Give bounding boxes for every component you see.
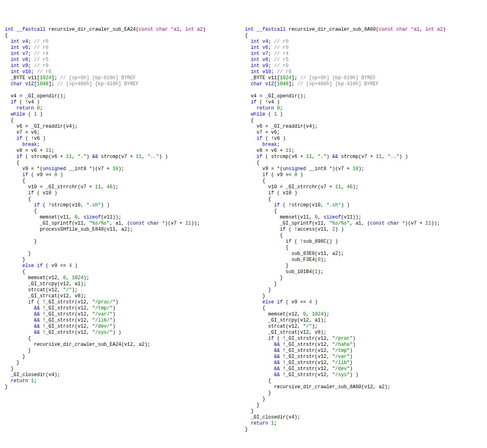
code-kw: return (257, 105, 274, 111)
code-num: 11 (286, 148, 291, 154)
code-line: v7 = v6; (17, 130, 40, 135)
code-txt: !_GI_strstr(v12, (280, 360, 332, 366)
code-txt: , (72, 154, 78, 160)
code-kw: const (130, 221, 145, 226)
code-txt: ) (350, 348, 352, 353)
code-txt: !_GI_strstr(v12, (280, 354, 332, 360)
code-txt: ) (327, 154, 332, 160)
code-txt: ]; (291, 75, 300, 81)
code-txt: v8 = v6 + (257, 148, 286, 154)
code-kw: && (34, 305, 40, 311)
code-comment: // r4 (34, 51, 48, 57)
code-str: ".sh" (327, 202, 341, 208)
code-str: "/" (63, 287, 72, 293)
code-num: 11 (136, 154, 141, 160)
code-kw: && (92, 154, 98, 160)
code-txt: ( v10 ) (274, 190, 297, 196)
code-txt: __int8 *)(v7 + (306, 166, 352, 172)
code-kw: && (34, 324, 40, 329)
code-str: "%s/%s" (329, 221, 350, 226)
code-txt: ); (72, 287, 78, 293)
code-txt: ) (277, 111, 283, 117)
code-comment: // r0 (274, 45, 289, 50)
code-txt: ); (323, 311, 329, 317)
code-str: "/proc/" (92, 299, 116, 305)
code-txt: , (101, 184, 107, 190)
code-comment: // [sp+400h] [bp-418h] BYREF (297, 81, 379, 87)
code-txt: , (66, 275, 72, 281)
code-txt: ) (116, 299, 118, 305)
code-txt: __int8 *)(v7 + (66, 166, 112, 172)
code-str: "/dev/" (92, 324, 112, 329)
code-txt: !_GI_strstr(v12, (40, 305, 92, 311)
code-txt: ) (352, 342, 355, 347)
code-str: "%s/%s" (89, 221, 110, 226)
code-txt (385, 221, 388, 226)
code-txt: ); (83, 275, 89, 281)
code-txt: ( (25, 111, 34, 117)
code-txt: ]; (51, 75, 60, 81)
code-kw: if (274, 202, 280, 208)
code-decl: int v7; (11, 51, 34, 57)
code-num: 0 (75, 215, 78, 220)
code-kw: && (274, 342, 280, 347)
code-txt: strcat(v12, (268, 324, 303, 329)
code-kw: if (22, 172, 28, 178)
code-txt: ; (291, 148, 294, 154)
code-decl: int v10; (11, 69, 37, 75)
code-str: "/lib/" (92, 318, 112, 323)
code-txt: ( !v4 ) (257, 99, 280, 105)
code-str: "/var/" (92, 311, 112, 317)
param-name: *a1 (411, 27, 420, 32)
code-line: _GI_strcpy(v12, a1); (28, 281, 86, 287)
code-str: "/lib" (332, 360, 350, 366)
code-txt (145, 221, 148, 226)
code-kw: return (11, 378, 28, 384)
code-num: 11 (376, 154, 382, 160)
code-kw: return (17, 105, 34, 111)
param-type: char (156, 27, 168, 32)
code-txt: !_GI_strstr(v12, (280, 372, 332, 378)
code-txt: ) (112, 324, 115, 329)
code-comment: // r4 (274, 51, 289, 57)
code-kw: if (257, 136, 262, 141)
code-txt: ( !strcmp(v10, (280, 202, 326, 208)
code-txt: ; (34, 378, 37, 384)
code-txt: ) (112, 318, 115, 323)
code-txt: ]; (289, 81, 297, 87)
code-txt: ) (350, 354, 352, 360)
code-num: 46 (107, 184, 112, 190)
code-txt: , (341, 184, 347, 190)
code-num: 4 (69, 263, 72, 269)
code-txt: !_GI_strstr(v12, (280, 366, 332, 372)
code-txt: ) ) (341, 202, 350, 208)
code-comment: // r0 (274, 63, 289, 69)
code-comment: // r6 (274, 39, 289, 44)
code-kw: unsigned (283, 166, 306, 172)
code-str: "/tmp/" (92, 305, 112, 311)
code-txt: ) (312, 299, 318, 305)
code-str: "." (78, 154, 86, 160)
code-line: _GI_closedir(v4); (251, 414, 300, 420)
code-comment: // r0 (34, 45, 48, 50)
code-txt: !_GI_strstr(v12, (40, 318, 92, 323)
code-num: 0 (315, 215, 318, 220)
code-kw: && (34, 318, 40, 323)
code-txt: ) ) (350, 372, 358, 378)
code-str: "/tmp" (332, 348, 350, 353)
param-name: a2 (437, 27, 443, 32)
code-decl: int v9; (251, 63, 274, 69)
code-txt: v10 = _GI_strrchr(v7 + (28, 184, 95, 190)
code-kw: __fastcall (17, 27, 46, 32)
code-num: 1024 (312, 311, 324, 317)
code-txt: ) (37, 111, 42, 117)
code-txt: ( !_GI_strstr(v12, (274, 336, 332, 341)
code-kw: && (274, 354, 280, 360)
code-str: ".." (388, 154, 399, 160)
code-txt: ) (57, 172, 63, 178)
code-decl: int v8; (11, 57, 34, 63)
code-str: "/dev" (332, 366, 350, 372)
code-decl: _BYTE v11[ (251, 75, 280, 81)
code-line: processSHfile_sub_E848(v11, a2); (40, 227, 133, 232)
code-num: 1 (315, 269, 318, 275)
